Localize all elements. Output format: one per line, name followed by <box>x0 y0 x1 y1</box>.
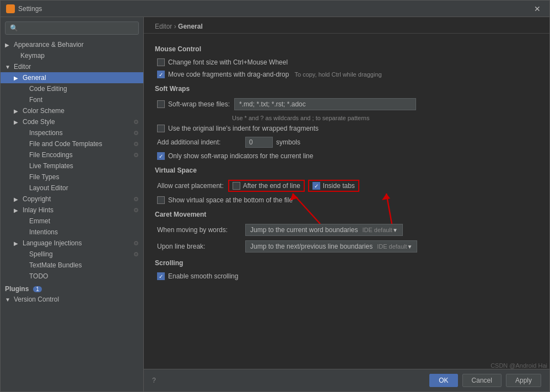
sidebar-item-textmate-bundles[interactable]: TextMate Bundles <box>1 260 143 271</box>
checkbox-show-indicators[interactable] <box>157 152 165 160</box>
virtual-space-container: Allow caret placement: After the end of … <box>155 180 538 204</box>
soft-wrap-files-input[interactable] <box>234 98 416 110</box>
checkbox-after-end[interactable] <box>233 182 240 190</box>
sidebar-item-label: File and Code Templates <box>29 140 103 148</box>
setting-additional-indent: Add additional indent: symbols <box>155 137 538 148</box>
apply-button[interactable]: Apply <box>506 374 541 387</box>
setting-show-virtual-space: Show virtual space at the bottom of the … <box>155 196 538 204</box>
sidebar-item-label: File Encodings <box>29 151 73 159</box>
checkbox-soft-wrap-files[interactable] <box>157 100 165 108</box>
sidebar-item-intentions[interactable]: Intentions <box>1 227 143 238</box>
checkbox-move-code[interactable] <box>157 71 165 78</box>
sidebar-item-file-encodings[interactable]: File Encodings ⚙ <box>1 149 143 160</box>
setting-original-indent: Use the original line's indent for wrapp… <box>155 125 538 132</box>
mouse-control-title: Mouse Control <box>155 45 538 53</box>
sidebar-item-layout-editor[interactable]: Layout Editor <box>1 182 143 194</box>
sidebar-item-code-editing[interactable]: Code Editing <box>1 83 143 94</box>
label-soft-wrap-files: Soft-wrap these files: <box>168 100 230 108</box>
soft-wrap-hint: Use * and ? as wildcards and ; to separa… <box>155 115 538 121</box>
sidebar-item-label: Inlay Hints <box>23 206 53 214</box>
caret-label: Allow caret placement: <box>157 182 224 190</box>
settings-icon: ⚙ <box>133 240 139 247</box>
scrolling-title: Scrolling <box>155 259 538 267</box>
label-show-indicators: Only show soft-wrap indicators for the c… <box>168 152 313 160</box>
sidebar-item-language-injections[interactable]: ▶ Language Injections ⚙ <box>1 238 143 249</box>
sidebar-item-label: Spelling <box>29 250 53 258</box>
dropdown-arrow-icon: ▼ <box>392 227 398 233</box>
sidebar-item-version-control[interactable]: ▼ Version Control <box>1 294 143 305</box>
breadcrumb: Editor › General <box>144 17 549 34</box>
sidebar-item-label: General <box>23 74 46 82</box>
setting-moving-by-words: When moving by words: Jump to the curren… <box>155 224 538 236</box>
hint-move-code: To copy, hold Ctrl while dragging <box>294 71 381 78</box>
sidebar-item-copyright[interactable]: ▶ Copyright ⚙ <box>1 194 143 205</box>
breadcrumb-parent: Editor <box>155 23 172 30</box>
ide-default-label: IDE default <box>377 243 407 250</box>
dropdown-value: Jump to the current word boundaries <box>250 226 358 234</box>
sidebar-item-label: Emmet <box>29 217 50 225</box>
soft-wraps-title: Soft Wraps <box>155 85 538 93</box>
sidebar-item-emmet[interactable]: Emmet <box>1 216 143 227</box>
sidebar-item-label: Font <box>29 96 42 104</box>
title-bar: Settings ✕ <box>1 1 549 17</box>
settings-icon: ⚙ <box>133 130 139 137</box>
sidebar-item-file-code-templates[interactable]: File and Code Templates ⚙ <box>1 138 143 149</box>
label-show-virtual-space: Show virtual space at the bottom of the … <box>168 196 293 204</box>
cancel-button[interactable]: Cancel <box>462 374 502 387</box>
checkbox-change-font-size[interactable] <box>157 58 165 66</box>
checkbox-show-virtual-space[interactable] <box>157 196 165 204</box>
sidebar-item-label: Intentions <box>29 228 58 236</box>
settings-icon: ⚙ <box>133 207 139 214</box>
sidebar-item-keymap[interactable]: Keymap <box>1 50 143 61</box>
checkbox-original-indent[interactable] <box>157 125 165 132</box>
setting-change-font-size: Change font size with Ctrl+Mouse Wheel <box>155 58 538 66</box>
checkbox-inside-tabs[interactable] <box>312 182 320 190</box>
sidebar-item-label: Code Editing <box>29 85 67 93</box>
caret-placement-row: Allow caret placement: After the end of … <box>155 180 538 192</box>
dropdown-line-break[interactable]: Jump to the next/previous line boundarie… <box>245 240 417 253</box>
checkbox-after-end-option[interactable]: After the end of line <box>228 180 305 192</box>
sidebar-item-label: Version Control <box>14 296 59 303</box>
sidebar-item-label: TextMate Bundles <box>29 261 82 269</box>
help-icon[interactable]: ? <box>152 377 156 384</box>
sidebar-item-font[interactable]: Font <box>1 94 143 105</box>
label-change-font-size: Change font size with Ctrl+Mouse Wheel <box>168 58 288 66</box>
close-button[interactable]: ✕ <box>531 3 544 14</box>
sidebar-item-inspections[interactable]: Inspections ⚙ <box>1 127 143 138</box>
settings-icon: ⚙ <box>133 152 139 159</box>
sidebar-item-inlay-hints[interactable]: ▶ Inlay Hints ⚙ <box>1 205 143 216</box>
dropdown-moving-by-words[interactable]: Jump to the current word boundaries IDE … <box>245 224 403 236</box>
sidebar-item-label: Color Scheme <box>23 107 64 115</box>
ok-button[interactable]: OK <box>429 374 457 387</box>
sidebar-item-todo[interactable]: TODO <box>1 271 143 282</box>
expand-arrow: ▶ <box>14 75 20 81</box>
search-input[interactable] <box>5 22 139 35</box>
checkbox-inside-tabs-option[interactable]: Inside tabs <box>308 180 359 192</box>
breadcrumb-current: General <box>178 23 203 30</box>
sidebar-item-appearance[interactable]: ▶ Appearance & Behavior <box>1 39 143 50</box>
settings-icon: ⚙ <box>133 196 139 203</box>
setting-line-break: Upon line break: Jump to the next/previo… <box>155 240 538 253</box>
sidebar-item-spelling[interactable]: Spelling ⚙ <box>1 249 143 260</box>
sidebar-item-live-templates[interactable]: Live Templates <box>1 160 143 171</box>
sidebar-item-label: Editor <box>14 63 31 71</box>
additional-indent-input[interactable] <box>245 137 273 148</box>
settings-icon: ⚙ <box>133 141 139 148</box>
sidebar-item-label: Copyright <box>23 195 51 203</box>
sidebar-item-code-style[interactable]: ▶ Code Style ⚙ <box>1 116 143 127</box>
sidebar-item-label: Live Templates <box>29 162 73 170</box>
symbols-label: symbols <box>276 138 300 146</box>
sidebar-item-editor[interactable]: ▼ Editor <box>1 61 143 72</box>
checkbox-smooth-scrolling[interactable] <box>157 272 165 280</box>
expand-arrow: ▶ <box>14 240 20 246</box>
sidebar-item-color-scheme[interactable]: ▶ Color Scheme <box>1 105 143 116</box>
sidebar-item-label: Code Style <box>23 118 55 126</box>
setting-soft-wrap-files: Soft-wrap these files: <box>155 98 538 110</box>
main-content: Editor › General Mouse Control Change fo… <box>144 17 549 391</box>
settings-body: Mouse Control Change font size with Ctrl… <box>144 34 549 369</box>
sidebar-item-file-types[interactable]: File Types <box>1 171 143 182</box>
label-line-break: Upon line break: <box>157 243 245 250</box>
label-smooth-scrolling: Enable smooth scrolling <box>168 272 238 280</box>
plugins-section: Plugins 1 <box>1 282 143 294</box>
sidebar-item-general[interactable]: ▶ General <box>1 72 143 83</box>
